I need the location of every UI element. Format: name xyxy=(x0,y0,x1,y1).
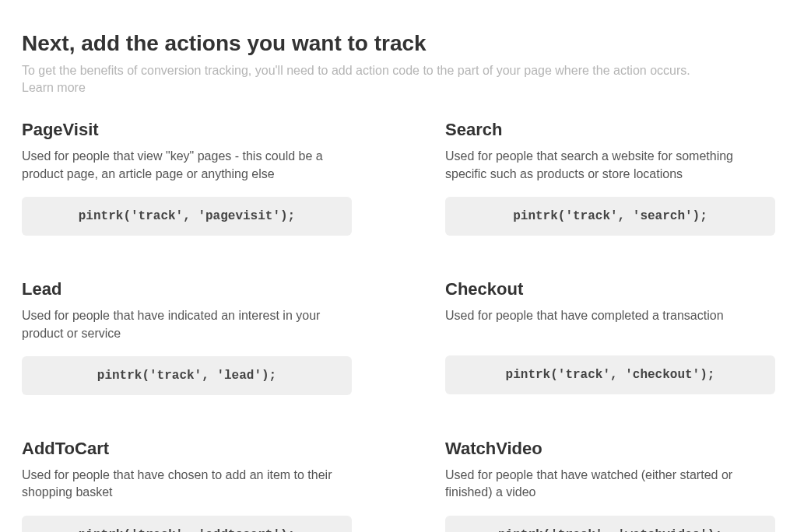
action-title: PageVisit xyxy=(22,120,352,140)
code-snippet: pintrk('track', 'pagevisit'); xyxy=(22,197,352,236)
learn-more-link[interactable]: Learn more xyxy=(22,81,86,95)
actions-grid: PageVisit Used for people that view "key… xyxy=(22,120,775,532)
action-description: Used for people that search a website fo… xyxy=(445,148,775,183)
code-snippet: pintrk('track', 'checkout'); xyxy=(445,355,775,394)
action-description: Used for people that have chosen to add … xyxy=(22,467,352,502)
page-title: Next, add the actions you want to track xyxy=(22,31,775,56)
action-title: Search xyxy=(445,120,775,140)
action-title: AddToCart xyxy=(22,439,352,459)
action-description: Used for people that have watched (eithe… xyxy=(445,467,775,502)
action-description: Used for people that view "key" pages - … xyxy=(22,148,352,183)
code-snippet: pintrk('track', 'lead'); xyxy=(22,356,352,395)
action-watchvideo: WatchVideo Used for people that have wat… xyxy=(445,439,775,532)
action-addtocart: AddToCart Used for people that have chos… xyxy=(22,439,352,532)
action-title: Lead xyxy=(22,279,352,299)
action-description: Used for people that have completed a tr… xyxy=(445,307,775,341)
action-checkout: Checkout Used for people that have compl… xyxy=(445,279,775,395)
code-snippet: pintrk('track', 'watchvideo'); xyxy=(445,516,775,532)
page-subtitle: To get the benefits of conversion tracki… xyxy=(22,62,775,79)
code-snippet: pintrk('track', 'addtocart'); xyxy=(22,516,352,532)
code-snippet: pintrk('track', 'search'); xyxy=(445,197,775,236)
action-lead: Lead Used for people that have indicated… xyxy=(22,279,352,395)
action-search: Search Used for people that search a web… xyxy=(445,120,775,236)
action-pagevisit: PageVisit Used for people that view "key… xyxy=(22,120,352,236)
action-title: Checkout xyxy=(445,279,775,299)
action-description: Used for people that have indicated an i… xyxy=(22,307,352,342)
action-title: WatchVideo xyxy=(445,439,775,459)
